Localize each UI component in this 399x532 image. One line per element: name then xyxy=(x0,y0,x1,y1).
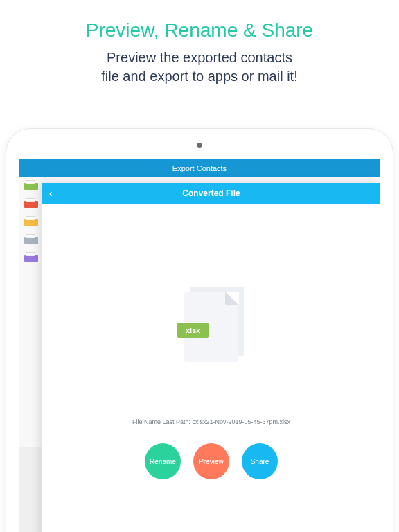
share-button[interactable]: Share xyxy=(242,443,278,479)
sheet-body: xlsx File Name Last Path: cxlsx21-Nov-20… xyxy=(42,204,380,532)
file-type-icon xyxy=(24,255,38,262)
tablet-frame: Export Contacts › › › › › › xyxy=(6,128,393,532)
promo-title: Preview, Rename & Share xyxy=(0,19,399,42)
device-screen: Export Contacts › › › › › › xyxy=(19,159,380,532)
promo-sub-line2: file and export to apps or mail it! xyxy=(101,69,297,84)
file-type-icon xyxy=(24,237,38,244)
camera-dot xyxy=(197,143,202,148)
preview-button[interactable]: Preview xyxy=(193,443,229,479)
action-bar: Rename Preview Share xyxy=(145,443,278,479)
back-button[interactable]: ‹ xyxy=(49,188,53,198)
underlay-header: Export Contacts xyxy=(19,159,380,177)
file-type-badge: xlsx xyxy=(177,323,209,338)
sheet-title: Converted File xyxy=(182,188,240,198)
file-path-label: File Name Last Path: cxlsx21-Nov-2019-05… xyxy=(132,418,290,425)
sheet-header: ‹ Converted File xyxy=(42,183,380,204)
file-icon: xlsx xyxy=(180,287,242,363)
underlay-title: Export Contacts xyxy=(172,164,227,172)
file-type-icon xyxy=(24,183,38,190)
rename-button[interactable]: Rename xyxy=(145,443,181,479)
page-fold-icon xyxy=(225,292,239,305)
promo-subtitle: Preview the exported contacts file and e… xyxy=(0,48,399,86)
file-type-icon xyxy=(24,201,38,208)
file-type-icon xyxy=(24,219,38,226)
converted-file-sheet: ‹ Converted File xlsx File Name Last Pat… xyxy=(42,183,380,532)
promo-sub-line1: Preview the exported contacts xyxy=(107,50,292,65)
